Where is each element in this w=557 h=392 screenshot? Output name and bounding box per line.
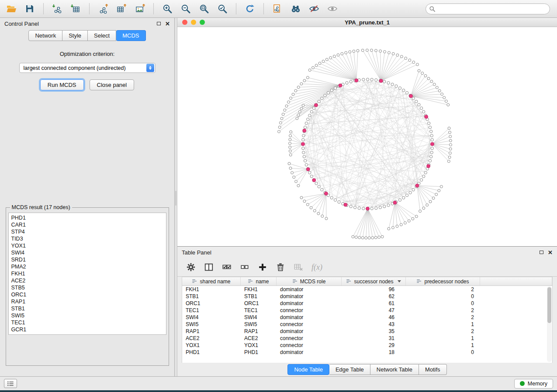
zoom-in-button[interactable]: [159, 2, 175, 16]
tab-mcds[interactable]: MCDS: [116, 30, 145, 41]
mcds-result-item[interactable]: FKH1: [11, 270, 163, 277]
search-icon: [429, 6, 436, 12]
mcds-result-item[interactable]: STP4: [11, 228, 163, 235]
save-session-button[interactable]: [22, 2, 38, 16]
mcds-result-item[interactable]: SRD1: [11, 256, 163, 263]
table-row[interactable]: FKH1FKH1dominator962: [182, 286, 552, 293]
mcds-result-item[interactable]: CAR1: [11, 221, 163, 228]
tab-network-table[interactable]: Network Table: [370, 364, 419, 375]
export-network-button[interactable]: [95, 2, 111, 16]
mcds-result-item[interactable]: STB5: [11, 284, 163, 291]
float-panel-icon[interactable]: [157, 22, 161, 25]
column-header-name[interactable]: name: [241, 277, 277, 285]
mcds-result-group: MCDS result (17 nodes) PHD1CAR1STP4TID3Y…: [6, 204, 169, 366]
hide-selected-button[interactable]: [306, 2, 322, 16]
open-file-button[interactable]: [3, 2, 19, 16]
minimize-window-button[interactable]: [191, 20, 196, 25]
zoom-selected-button[interactable]: [214, 2, 230, 16]
mcds-result-item[interactable]: SWI5: [11, 312, 163, 319]
tab-edge-table[interactable]: Edge Table: [329, 364, 370, 375]
network-canvas[interactable]: [177, 27, 557, 246]
criterion-dropdown[interactable]: largest connected component (undirected): [19, 63, 156, 73]
splitter-grip[interactable]: [175, 191, 176, 206]
mcds-result-item[interactable]: TEC1: [11, 319, 163, 326]
column-header-successor-nodes[interactable]: successor nodes: [342, 277, 406, 285]
toolbar-separator: [89, 3, 90, 14]
mcds-result-item[interactable]: GCR1: [11, 326, 163, 333]
table-body: FKH1FKH1dominator962STB1STB1dominator620…: [182, 286, 552, 356]
zoom-out-button[interactable]: [178, 2, 194, 16]
search-input[interactable]: [426, 3, 550, 14]
delete-table-button[interactable]: [294, 262, 303, 272]
table-settings-button[interactable]: [186, 262, 196, 272]
table-row[interactable]: ACE2ACE2connector311: [182, 335, 552, 342]
tab-select[interactable]: Select: [88, 30, 116, 41]
toolbar-search: [426, 3, 550, 14]
unselect-all-columns-button[interactable]: [240, 262, 249, 272]
mcds-result-item[interactable]: YOX1: [11, 242, 163, 249]
import-table-button[interactable]: [68, 2, 83, 16]
network-graph[interactable]: [177, 27, 557, 246]
mcds-result-item[interactable]: PMA2: [11, 263, 163, 270]
memory-button[interactable]: Memory: [514, 379, 553, 389]
clone-network-button[interactable]: [270, 2, 285, 16]
table-row[interactable]: PHD1PHD1dominator180: [182, 349, 552, 356]
import-network-button[interactable]: [49, 2, 65, 16]
scrollbar-thumb[interactable]: [547, 287, 551, 323]
table-cell: dominator: [277, 300, 342, 306]
table-panel-header: Table Panel ✕: [177, 247, 557, 258]
export-image-icon: [135, 3, 145, 14]
table-row[interactable]: RAP1RAP1dominator352: [182, 328, 552, 335]
column-header-mcds-role[interactable]: MCDS role: [277, 277, 342, 285]
create-column-button[interactable]: [258, 262, 267, 272]
tab-node-table[interactable]: Node Table: [287, 364, 329, 375]
table-cell: 0: [406, 300, 480, 306]
export-table-button[interactable]: [114, 2, 129, 16]
application-window: Control Panel ✕ Network Style Select MCD…: [0, 0, 557, 390]
tab-style[interactable]: Style: [62, 30, 88, 41]
table-cell: 35: [342, 328, 406, 334]
mcds-result-item[interactable]: SWI4: [11, 249, 163, 256]
export-image-button[interactable]: [132, 2, 148, 16]
mcds-result-item[interactable]: ORC1: [11, 291, 163, 298]
function-builder-button[interactable]: f(x): [311, 263, 322, 272]
column-header-predecessor-nodes[interactable]: predecessor nodes: [406, 277, 480, 285]
tab-network[interactable]: Network: [28, 30, 62, 41]
table-cell: ORC1: [241, 300, 277, 306]
first-neighbors-button[interactable]: [288, 2, 304, 16]
mcds-result-item[interactable]: TID3: [11, 235, 163, 242]
mcds-result-item[interactable]: PHD1: [11, 214, 163, 221]
network-window-titlebar: YPA_prune.txt_1: [177, 18, 557, 27]
show-all-button[interactable]: [325, 2, 340, 16]
show-hide-panels-button[interactable]: [4, 379, 17, 388]
close-table-panel-icon[interactable]: ✕: [548, 250, 553, 255]
show-columns-button[interactable]: [204, 262, 214, 272]
table-row[interactable]: YOX1YOX1connector291: [182, 342, 552, 349]
zoom-fit-button[interactable]: [196, 2, 212, 16]
delete-column-button[interactable]: [276, 262, 285, 272]
select-all-columns-button[interactable]: [222, 262, 232, 272]
table-row[interactable]: SWI4SWI4dominator462: [182, 314, 552, 321]
close-panel-icon[interactable]: ✕: [165, 21, 170, 27]
table-cell: FKH1: [182, 286, 241, 292]
control-panel-header: Control Panel ✕: [0, 18, 174, 29]
table-row[interactable]: SWI5SWI5connector431: [182, 321, 552, 328]
tab-motifs[interactable]: Motifs: [419, 364, 447, 375]
table-row[interactable]: STB1STB1dominator620: [182, 293, 552, 300]
close-panel-button[interactable]: Close panel: [90, 79, 135, 90]
close-window-button[interactable]: [182, 20, 187, 25]
column-header-shared-name[interactable]: shared name: [182, 277, 241, 285]
mcds-result-item[interactable]: ACE2: [11, 277, 163, 284]
run-mcds-button[interactable]: Run MCDS: [40, 79, 84, 90]
table-row[interactable]: ORC1ORC1dominator610: [182, 300, 552, 307]
table-toolbar: f(x): [177, 258, 557, 277]
maximize-window-button[interactable]: [200, 20, 205, 25]
refresh-view-button[interactable]: [242, 2, 258, 16]
float-table-panel-icon[interactable]: [540, 251, 543, 254]
table-row[interactable]: TEC1TEC1connector472: [182, 307, 552, 314]
mcds-result-item[interactable]: RAP1: [11, 298, 163, 305]
mcds-result-item[interactable]: STB1: [11, 305, 163, 312]
mcds-result-list[interactable]: PHD1CAR1STP4TID3YOX1SWI4SRD1PMA2FKH1ACE2…: [8, 213, 166, 335]
column-label: name: [256, 279, 269, 285]
table-scrollbar[interactable]: [547, 286, 552, 362]
